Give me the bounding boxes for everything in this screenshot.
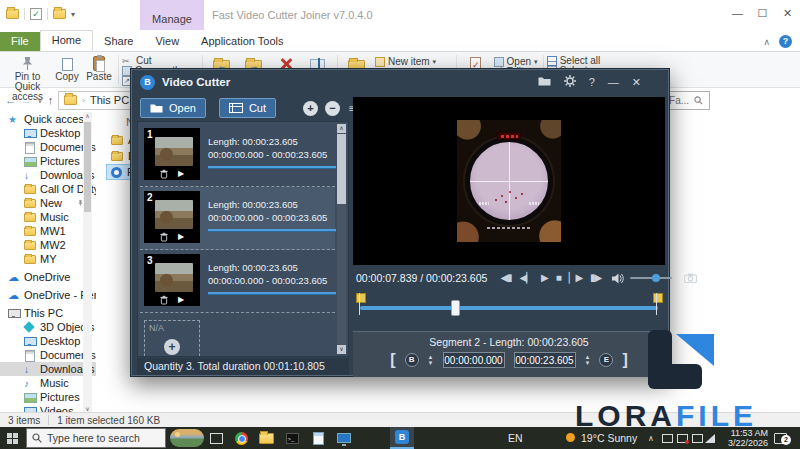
- tab-home[interactable]: Home: [40, 30, 93, 51]
- paste-button[interactable]: Paste: [83, 54, 115, 82]
- trash-icon[interactable]: [160, 295, 168, 305]
- sidebar-item-downloads[interactable]: ↓Downloads: [0, 168, 96, 182]
- speaker-icon[interactable]: [612, 273, 625, 284]
- snapshot-camera-icon[interactable]: [684, 273, 697, 283]
- sidebar-item-documents[interactable]: Documents: [0, 140, 96, 154]
- qat-customize-caret-icon[interactable]: ▾: [71, 10, 75, 19]
- timeline-track[interactable]: [360, 306, 658, 310]
- set-begin-button[interactable]: B: [405, 353, 419, 367]
- sidebar-item-desktop-pc[interactable]: Desktop: [0, 334, 96, 348]
- sidebar-item-onedrive[interactable]: ☁OneDrive: [0, 270, 96, 284]
- back-icon[interactable]: ←: [5, 94, 16, 106]
- weather-widget-icon[interactable]: [170, 429, 204, 447]
- previous-keyframe-icon[interactable]: ◀▮: [500, 272, 511, 284]
- open-folder-icon[interactable]: [538, 76, 551, 88]
- help-icon[interactable]: ?: [779, 35, 792, 48]
- properties-check-icon[interactable]: ✓: [30, 8, 42, 20]
- weather-text[interactable]: 19°C Sunny: [581, 427, 637, 449]
- volume-slider[interactable]: [630, 277, 672, 279]
- file-explorer-icon[interactable]: [258, 427, 274, 449]
- video-cutter-titlebar[interactable]: B Video Cutter ? — ✕: [131, 69, 669, 95]
- segment-start-marker[interactable]: [356, 293, 365, 315]
- tray-expand-icon[interactable]: ∧: [648, 427, 654, 449]
- tray-display-record-icon[interactable]: [674, 427, 690, 449]
- video-preview[interactable]: [353, 97, 665, 265]
- play-icon[interactable]: ▶: [178, 232, 184, 241]
- new-item-button[interactable]: New item▾: [375, 57, 451, 67]
- sidebar-item-pictures-pc[interactable]: Pictures: [0, 390, 96, 404]
- remove-clip-icon[interactable]: −: [325, 101, 340, 116]
- sidebar-item-my[interactable]: MY: [0, 252, 96, 266]
- play-icon[interactable]: ▶: [178, 295, 184, 304]
- start-button[interactable]: [7, 427, 18, 449]
- sidebar-item-new[interactable]: New: [0, 196, 96, 210]
- minimize-icon[interactable]: —: [608, 77, 619, 88]
- open-video-button[interactable]: Open: [140, 98, 206, 118]
- previous-frame-icon[interactable]: ◀▏: [520, 272, 533, 284]
- terminal-icon[interactable]: >_: [284, 427, 300, 449]
- playhead[interactable]: [451, 300, 460, 316]
- task-view-icon[interactable]: [208, 427, 224, 449]
- up-icon[interactable]: ↑: [48, 94, 54, 106]
- sidebar-item-music-pc[interactable]: ♪Music: [0, 376, 96, 390]
- end-time-spinner[interactable]: ▲▼: [585, 355, 591, 366]
- sidebar-item-quick-access[interactable]: ★Quick access: [0, 112, 96, 126]
- sidebar-item-mw1[interactable]: MW1: [0, 224, 96, 238]
- play-icon[interactable]: ▶: [541, 272, 548, 284]
- scrollbar-thumb[interactable]: [84, 122, 91, 212]
- forward-icon[interactable]: →: [21, 94, 32, 106]
- sidebar-item-documents-pc[interactable]: Documents: [0, 348, 96, 362]
- segment-end-marker[interactable]: [653, 293, 662, 315]
- add-icon[interactable]: +: [164, 339, 180, 355]
- cut-video-button[interactable]: Cut: [219, 98, 276, 118]
- help-icon[interactable]: ?: [589, 77, 595, 88]
- pc-settings-icon[interactable]: [336, 427, 352, 449]
- taskbar-search-box[interactable]: Type here to search: [26, 428, 166, 448]
- scrollbar-thumb[interactable]: [337, 134, 346, 204]
- sidebar-item-3d-objects[interactable]: 3D Objects: [0, 320, 96, 334]
- start-time-input[interactable]: [443, 352, 505, 368]
- next-frame-icon[interactable]: ▏▶: [569, 272, 582, 284]
- next-keyframe-icon[interactable]: ▮▶: [590, 272, 601, 284]
- close-icon[interactable]: ✕: [632, 77, 641, 88]
- scroll-up-icon[interactable]: ∧: [83, 112, 92, 119]
- start-time-spinner[interactable]: ▲▼: [428, 355, 434, 366]
- tab-share[interactable]: Share: [93, 32, 144, 51]
- copy-button[interactable]: Copy: [51, 54, 83, 82]
- end-time-input[interactable]: [514, 352, 576, 368]
- settings-gear-icon[interactable]: [564, 75, 576, 89]
- tab-view[interactable]: View: [144, 32, 190, 51]
- notepad-icon[interactable]: [310, 427, 326, 449]
- sidebar-item-mw2[interactable]: MW2: [0, 238, 96, 252]
- chrome-icon[interactable]: [233, 427, 249, 449]
- sidebar-item-videos-pc[interactable]: Videos: [0, 404, 96, 412]
- clip-row-3[interactable]: 3 ▶ Length: 00:00:23.605 00:00:00.000 - …: [140, 250, 335, 313]
- tray-window-icon[interactable]: [659, 427, 675, 449]
- clips-scrollbar[interactable]: ∧ ∨: [337, 124, 346, 354]
- recent-locations-caret-icon[interactable]: ∨: [37, 96, 43, 105]
- manage-contextual-tab[interactable]: Manage: [140, 0, 204, 30]
- folder-icon[interactable]: [6, 9, 19, 19]
- collapse-ribbon-icon[interactable]: ∧: [763, 37, 770, 47]
- sidebar-item-call-of-duty[interactable]: Call Of Duty: [0, 182, 96, 196]
- notification-center-icon[interactable]: 2: [774, 427, 787, 449]
- scroll-down-icon[interactable]: ∨: [83, 405, 92, 412]
- sidebar-item-downloads-pc[interactable]: ↓Downloads: [0, 362, 96, 376]
- breadcrumb-this-pc[interactable]: This PC: [90, 94, 129, 106]
- maximize-button[interactable]: ☐: [750, 0, 775, 26]
- new-folder-icon[interactable]: [53, 9, 66, 19]
- video-cutter-taskbar-button[interactable]: B: [390, 427, 414, 449]
- volume-knob[interactable]: [652, 274, 660, 282]
- close-button[interactable]: ✕: [775, 0, 800, 26]
- sidebar-item-onedrive-personal[interactable]: ☁OneDrive - Person: [0, 288, 96, 302]
- wifi-icon[interactable]: [702, 427, 718, 449]
- sidebar-item-music[interactable]: Music: [0, 210, 96, 224]
- sidebar-scrollbar[interactable]: ∧∨: [83, 112, 92, 412]
- clip-row-1[interactable]: 1 ▶ Length: 00:00:23.605 00:00:00.000 - …: [140, 124, 335, 187]
- minimize-button[interactable]: —: [725, 0, 750, 26]
- add-clip-icon[interactable]: +: [303, 101, 318, 116]
- clock[interactable]: 11:53 AM 3/22/2026: [720, 427, 768, 449]
- tab-file[interactable]: File: [0, 32, 40, 51]
- language-indicator[interactable]: EN: [508, 427, 523, 449]
- sidebar-item-this-pc[interactable]: This PC: [0, 306, 96, 320]
